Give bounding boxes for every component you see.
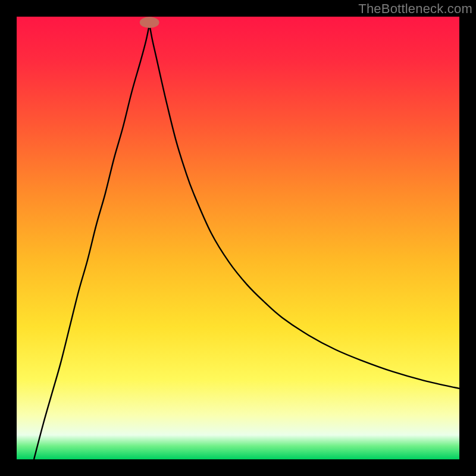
bottleneck-chart: [17, 17, 459, 459]
gradient-background: [17, 17, 459, 459]
optimum-marker: [140, 17, 159, 28]
watermark-text: TheBottleneck.com: [358, 1, 472, 17]
plot-area: [17, 17, 459, 459]
chart-frame: TheBottleneck.com: [0, 0, 476, 476]
